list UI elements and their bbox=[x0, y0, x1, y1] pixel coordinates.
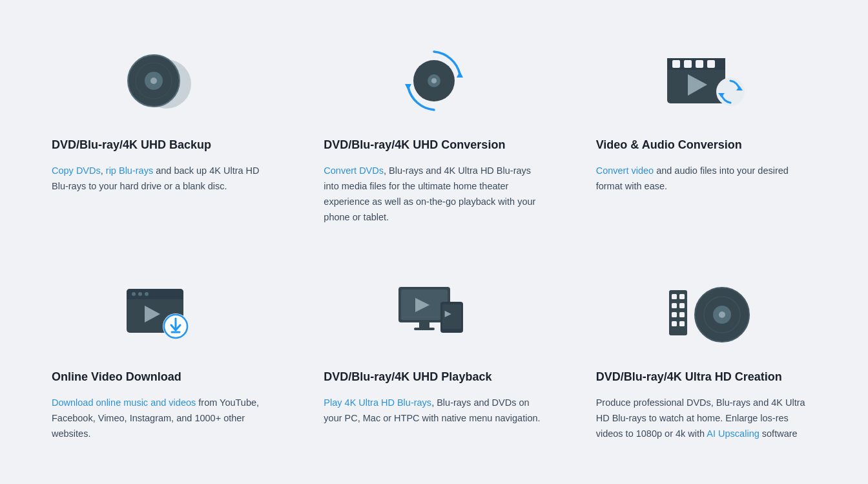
feature-card-dvd-playback: DVD/Blu-ray/4K UHD Playback Play 4K Ultr… bbox=[298, 251, 570, 468]
dvd-creation-title: DVD/Blu-ray/4K Ultra HD Creation bbox=[596, 370, 816, 384]
feature-card-online-video: Online Video Download Download online mu… bbox=[26, 251, 298, 468]
svg-rect-47 bbox=[672, 321, 677, 326]
dvd-playback-icon-area bbox=[324, 271, 544, 355]
svg-rect-48 bbox=[679, 294, 685, 299]
dvd-conversion-icon-area bbox=[324, 39, 544, 123]
svg-rect-51 bbox=[679, 321, 685, 326]
online-video-download-icon bbox=[120, 277, 204, 348]
svg-rect-45 bbox=[672, 303, 677, 308]
dvd-creation-icon bbox=[664, 277, 748, 348]
copy-dvds-link[interactable]: Copy DVDs bbox=[52, 165, 101, 176]
video-audio-conversion-icon bbox=[661, 45, 751, 116]
svg-point-12 bbox=[431, 78, 437, 83]
online-video-desc: Download online music and videos from Yo… bbox=[52, 395, 272, 442]
convert-dvds-link[interactable]: Convert DVDs bbox=[324, 165, 384, 176]
video-audio-title: Video & Audio Conversion bbox=[596, 138, 816, 152]
svg-point-27 bbox=[132, 292, 136, 296]
online-video-title: Online Video Download bbox=[52, 370, 272, 384]
dvd-playback-icon bbox=[392, 277, 476, 348]
svg-point-29 bbox=[145, 292, 149, 296]
download-music-videos-link[interactable]: Download online music and videos bbox=[52, 397, 196, 408]
svg-rect-46 bbox=[672, 312, 677, 317]
features-grid: DVD/Blu-ray/4K UHD Backup Copy DVDs, rip… bbox=[0, 0, 868, 484]
svg-point-21 bbox=[716, 78, 745, 106]
dvd-backup-icon bbox=[120, 45, 204, 116]
svg-marker-8 bbox=[457, 71, 463, 78]
dvd-conversion-title: DVD/Blu-ray/4K UHD Conversion bbox=[324, 138, 544, 152]
svg-rect-38 bbox=[414, 328, 435, 330]
ai-upscaling-link[interactable]: AI Upscaling bbox=[707, 428, 759, 439]
dvd-backup-icon-area bbox=[52, 39, 272, 123]
dvd-playback-desc: Play 4K Ultra HD Blu-rays, Blu-rays and … bbox=[324, 395, 544, 426]
svg-point-28 bbox=[138, 292, 142, 296]
video-audio-desc: Convert video and audio files into your … bbox=[596, 163, 816, 195]
svg-rect-50 bbox=[679, 312, 685, 317]
play-4k-link[interactable]: Play 4K Ultra HD Blu-rays bbox=[324, 397, 431, 408]
convert-video-link[interactable]: Convert video bbox=[596, 165, 654, 176]
feature-card-video-audio: Video & Audio Conversion Convert video a… bbox=[570, 19, 842, 251]
svg-rect-19 bbox=[707, 60, 715, 68]
dvd-playback-title: DVD/Blu-ray/4K UHD Playback bbox=[324, 370, 544, 384]
dvd-creation-icon-area bbox=[596, 271, 816, 355]
svg-rect-37 bbox=[419, 322, 429, 328]
feature-card-dvd-conversion: DVD/Blu-ray/4K UHD Conversion Convert DV… bbox=[298, 19, 570, 251]
svg-point-54 bbox=[719, 311, 725, 318]
feature-card-dvd-creation: DVD/Blu-ray/4K Ultra HD Creation Produce… bbox=[570, 251, 842, 468]
dvd-conversion-desc: Convert DVDs, Blu-rays and 4K Ultra HD B… bbox=[324, 163, 544, 226]
svg-rect-17 bbox=[684, 60, 692, 68]
svg-point-5 bbox=[150, 78, 157, 84]
dvd-backup-title: DVD/Blu-ray/4K UHD Backup bbox=[52, 138, 272, 152]
video-audio-icon-area bbox=[596, 39, 816, 123]
dvd-backup-desc: Copy DVDs, rip Blu-rays and back up 4K U… bbox=[52, 163, 272, 195]
svg-marker-9 bbox=[405, 84, 411, 90]
svg-rect-49 bbox=[679, 303, 685, 308]
dvd-conversion-icon bbox=[398, 45, 470, 116]
svg-rect-44 bbox=[672, 294, 677, 299]
rip-blurays-link[interactable]: rip Blu-rays bbox=[106, 165, 153, 176]
svg-rect-18 bbox=[696, 60, 703, 68]
svg-rect-16 bbox=[672, 60, 680, 68]
feature-card-dvd-backup: DVD/Blu-ray/4K UHD Backup Copy DVDs, rip… bbox=[26, 19, 298, 251]
dvd-creation-desc: Produce professional DVDs, Blu-rays and … bbox=[596, 395, 816, 442]
online-video-icon-area bbox=[52, 271, 272, 355]
